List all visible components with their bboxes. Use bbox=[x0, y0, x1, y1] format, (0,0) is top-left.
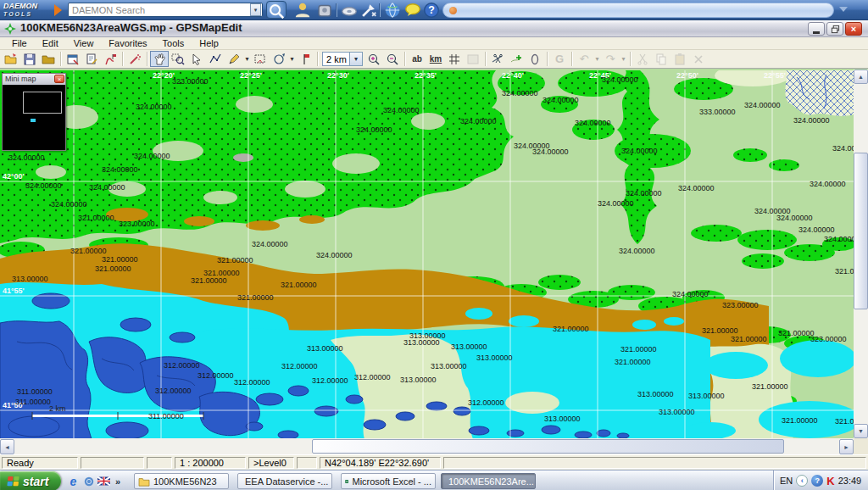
horizontal-scrollbar[interactable]: ◄ ► bbox=[0, 438, 854, 454]
zoom-out-button[interactable] bbox=[383, 51, 402, 67]
vertical-scroll-thumb[interactable] bbox=[854, 153, 868, 309]
daemon-chat-icon[interactable] bbox=[403, 2, 422, 19]
cut-button[interactable] bbox=[633, 51, 652, 67]
daemon-globe-icon[interactable] bbox=[383, 2, 402, 19]
map-canvas[interactable]: 2 km 22°20'22°25'22°30'22°35'22°40'22°45… bbox=[0, 70, 854, 439]
minimize-button[interactable] bbox=[808, 22, 825, 36]
elevation-label: 324.00000 bbox=[602, 75, 638, 84]
taskbar-item-eea[interactable]: EEA Dataservice -... bbox=[237, 473, 332, 489]
clock[interactable]: 23:49 bbox=[838, 476, 862, 486]
redo-dropdown-icon[interactable]: ▾ bbox=[620, 51, 627, 67]
daemon-search-button[interactable] bbox=[266, 1, 287, 19]
toolbar-separator bbox=[379, 3, 380, 17]
menu-item[interactable]: Tools bbox=[156, 38, 192, 48]
daemon-secondary-search[interactable] bbox=[442, 3, 834, 18]
daemon-user-icon[interactable] bbox=[293, 2, 312, 19]
elevation-label: 324.00000 bbox=[619, 247, 655, 255]
gps-button[interactable]: G bbox=[550, 51, 569, 67]
menu-item[interactable]: Favorites bbox=[102, 38, 153, 48]
taskbar-item-excel[interactable]: Microsoft Excel - ... bbox=[341, 473, 436, 489]
scroll-right-button[interactable]: ► bbox=[839, 439, 854, 454]
split-object-button[interactable] bbox=[488, 51, 507, 67]
scale-combobox[interactable]: 2 km ▾ bbox=[322, 52, 363, 66]
pen-tool-dropdown-icon[interactable]: ▾ bbox=[243, 51, 251, 67]
daemon-play-icon[interactable] bbox=[54, 4, 62, 16]
minimap-viewport-rect[interactable] bbox=[23, 92, 62, 114]
labels-toggle-button[interactable]: ab bbox=[408, 51, 426, 67]
scroll-down-button[interactable]: ▼ bbox=[854, 424, 868, 438]
scroll-up-icon: ▲ bbox=[858, 74, 864, 80]
scroll-left-button[interactable]: ◄ bbox=[0, 439, 14, 454]
polyline-tool-button[interactable] bbox=[206, 51, 225, 67]
elevation-label: 312.00000 bbox=[164, 361, 200, 370]
elevation-label: 321.00000 bbox=[752, 382, 788, 391]
delete-button[interactable] bbox=[689, 51, 708, 67]
copy-button[interactable] bbox=[652, 51, 670, 67]
redo-button[interactable]: ↷ bbox=[601, 51, 620, 67]
toolbar-separator bbox=[60, 52, 61, 66]
vertical-scrollbar[interactable]: ▲ ▼ bbox=[854, 70, 868, 438]
quicklaunch-ie-icon[interactable]: e bbox=[66, 474, 81, 488]
daemon-search-input[interactable] bbox=[68, 3, 263, 17]
daemon-disc-icon[interactable] bbox=[340, 2, 359, 19]
object-properties-button[interactable] bbox=[82, 51, 101, 67]
menu-item[interactable]: View bbox=[67, 38, 101, 48]
undo-button[interactable]: ↶ bbox=[575, 51, 593, 67]
title-bar[interactable]: 100KME56N23AreaWGS.mp - GPSMapEdit × bbox=[0, 20, 868, 37]
tray-collapse-icon[interactable]: ‹ bbox=[796, 475, 808, 487]
minimap-titlebar[interactable]: Mini map × bbox=[3, 74, 65, 85]
waypoint-tool-button[interactable] bbox=[296, 51, 314, 67]
scroll-up-button[interactable]: ▲ bbox=[854, 70, 868, 84]
map-properties-button[interactable] bbox=[64, 51, 82, 67]
background-image-button[interactable] bbox=[464, 51, 482, 67]
scale-combobox-dropdown-icon[interactable]: ▾ bbox=[349, 53, 362, 65]
daemon-search-dropdown-icon[interactable]: ▾ bbox=[250, 3, 261, 16]
folder-button[interactable] bbox=[39, 51, 58, 67]
horizontal-scroll-thumb[interactable] bbox=[312, 439, 784, 454]
join-object-button[interactable] bbox=[507, 51, 526, 67]
grid-toggle-button[interactable] bbox=[445, 51, 464, 67]
open-file-button[interactable] bbox=[2, 51, 20, 67]
quicklaunch-language-flag-icon[interactable] bbox=[97, 474, 111, 488]
zoom-in-button[interactable] bbox=[364, 51, 383, 67]
rotate-tool-dropdown-icon[interactable]: ▾ bbox=[288, 51, 296, 67]
daemon-help-icon[interactable]: ? bbox=[422, 2, 441, 19]
distance-units-button[interactable]: km bbox=[426, 51, 445, 67]
daemon-tools-wrench-icon[interactable] bbox=[359, 2, 378, 19]
spray-tool-button[interactable] bbox=[125, 51, 144, 67]
quicklaunch-browser-icon[interactable] bbox=[81, 474, 96, 488]
tray-messenger-icon[interactable]: ? bbox=[811, 475, 823, 487]
pill-dropdown-icon[interactable] bbox=[839, 7, 848, 12]
minimap-close-button[interactable]: × bbox=[54, 75, 64, 83]
restore-button[interactable] bbox=[826, 22, 843, 36]
menu-item[interactable]: File bbox=[5, 38, 34, 48]
tray-kaspersky-icon[interactable]: K bbox=[826, 475, 834, 487]
paste-button[interactable] bbox=[670, 51, 689, 67]
attach-node-button[interactable] bbox=[526, 51, 544, 67]
toolbar-separator bbox=[630, 52, 631, 66]
select-tool-button[interactable] bbox=[187, 51, 206, 67]
taskbar-item-gpsmapedit[interactable]: 100KME56N23Are... bbox=[441, 473, 536, 489]
elevation-label: 323.00000 bbox=[119, 220, 155, 228]
language-indicator[interactable]: EN bbox=[780, 476, 793, 486]
start-button[interactable]: start bbox=[0, 471, 61, 490]
menu-item[interactable]: Help bbox=[192, 38, 225, 48]
close-button[interactable]: × bbox=[845, 22, 862, 36]
rotate-tool-button[interactable] bbox=[270, 51, 288, 67]
daemon-tools-logo[interactable]: DAEMON TOOLS bbox=[3, 1, 59, 19]
zoom-select-tool-button[interactable] bbox=[169, 51, 187, 67]
taskbar-item-folder[interactable]: 100KME56N23 bbox=[134, 473, 229, 489]
elevation-label: 311.00000 bbox=[17, 387, 53, 396]
pen-tool-button[interactable] bbox=[225, 51, 243, 67]
quicklaunch-more-icon[interactable]: » bbox=[113, 474, 123, 488]
route-flag-button[interactable] bbox=[101, 51, 120, 67]
task-label: Microsoft Excel - ... bbox=[352, 476, 431, 487]
minimap-title: Mini map bbox=[5, 75, 36, 83]
save-button[interactable] bbox=[20, 51, 39, 67]
select-region-tool-button[interactable] bbox=[251, 51, 270, 67]
undo-dropdown-icon[interactable]: ▾ bbox=[593, 51, 601, 67]
menu-item[interactable]: Edit bbox=[36, 38, 65, 48]
pan-tool-button[interactable] bbox=[150, 51, 169, 67]
daemon-drive-icon[interactable] bbox=[315, 2, 334, 19]
minimap-panel[interactable]: Mini map × bbox=[2, 73, 66, 151]
